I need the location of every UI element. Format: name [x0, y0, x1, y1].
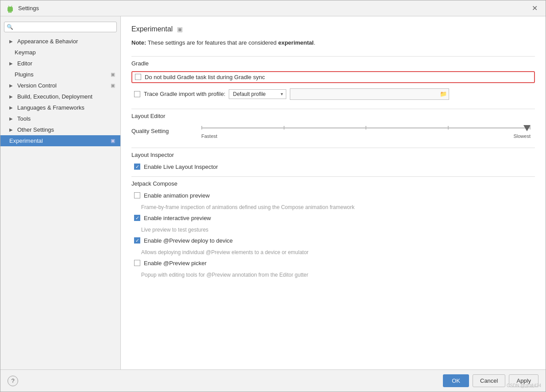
sidebar-item-tools[interactable]: ▶ Tools: [0, 113, 120, 124]
sidebar-item-keymap[interactable]: Keymap: [0, 47, 120, 58]
sidebar-item-plugins[interactable]: Plugins ▣: [0, 69, 120, 80]
quality-slider-container: Fastest Slowest: [197, 124, 535, 139]
trace-gradle-row: Trace Gradle import with profile: Defaul…: [131, 87, 535, 102]
sidebar-item-languages-frameworks[interactable]: ▶ Languages & Frameworks: [0, 102, 120, 113]
enable-preview-picker-desc: Popup with editing tools for @Preview an…: [141, 272, 535, 278]
close-button[interactable]: ✕: [529, 3, 540, 13]
quality-setting-label: Quality Setting: [131, 128, 193, 134]
no-build-task-list-row: Do not build Gradle task list during Gra…: [131, 71, 535, 83]
slider-ticks: [201, 127, 531, 129]
page-header: Experimental ▣: [131, 25, 535, 33]
layout-editor-section-title: Layout Editor: [131, 113, 535, 119]
sidebar-item-experimental[interactable]: Experimental ▣: [0, 135, 120, 146]
folder-icon: 📁: [440, 91, 447, 97]
note-bold: experimental: [278, 39, 314, 46]
enable-preview-picker-checkbox[interactable]: [134, 260, 140, 266]
enable-preview-deploy-label: Enable @Preview deploy to device: [144, 237, 233, 244]
gradle-divider: [131, 56, 535, 57]
sidebar: 🔍 ▶ Appearance & Behavior Keymap ▶ Edito…: [0, 16, 121, 369]
chevron-right-icon: ▶: [9, 39, 13, 44]
slider-thumb[interactable]: [523, 125, 531, 131]
page-title: Experimental: [131, 25, 173, 33]
enable-animation-preview-label: Enable animation preview: [144, 192, 210, 199]
sidebar-item-build-execution[interactable]: ▶ Build, Execution, Deployment: [0, 91, 120, 102]
cancel-button[interactable]: Cancel: [473, 374, 505, 387]
ok-button[interactable]: OK: [443, 374, 469, 387]
enable-live-layout-inspector-checkbox[interactable]: [134, 164, 140, 170]
file-browse-button[interactable]: 📁: [290, 88, 449, 100]
enable-live-layout-inspector-row: Enable Live Layout Inspector: [131, 162, 535, 172]
enable-preview-deploy-checkbox[interactable]: [134, 237, 140, 244]
note-text: Note: These settings are for features th…: [131, 38, 535, 47]
sidebar-item-appearance-behavior[interactable]: ▶ Appearance & Behavior: [0, 36, 120, 47]
chevron-right-icon: ▶: [9, 105, 13, 110]
sidebar-item-other-settings[interactable]: ▶ Other Settings: [0, 124, 120, 135]
slider-tick-3: [365, 126, 366, 129]
dialog-title: Settings: [18, 5, 39, 11]
vc-badge-icon: ▣: [111, 83, 115, 88]
experimental-badge-icon: ▣: [111, 138, 115, 144]
plugin-badge-icon: ▣: [111, 72, 115, 77]
title-bar: Settings ✕: [0, 0, 546, 16]
enable-interactive-preview-label: Enable interactive preview: [144, 215, 211, 221]
trace-profile-dropdown-wrap: Default profile: [229, 89, 286, 99]
gradle-section-title: Gradle: [131, 60, 535, 67]
slider-track: [201, 124, 531, 133]
slider-tick-2: [284, 126, 285, 129]
quality-setting-row: Quality Setting: [131, 124, 535, 139]
note-prefix: Note:: [131, 39, 148, 46]
enable-live-layout-inspector-label: Enable Live Layout Inspector: [144, 164, 218, 170]
slider-line: [201, 127, 531, 129]
bottom-bar: ? OK Cancel Apply: [0, 369, 546, 392]
search-input[interactable]: [4, 22, 117, 32]
sidebar-item-editor[interactable]: ▶ Editor: [0, 58, 120, 69]
restore-defaults-icon[interactable]: ▣: [177, 26, 183, 33]
slider-tick-4: [448, 126, 449, 129]
enable-interactive-preview-desc: Live preview to test gestures: [141, 227, 535, 233]
android-icon: [6, 4, 15, 13]
layout-inspector-divider: [131, 148, 535, 148]
slider-tick-1: [201, 126, 202, 129]
enable-interactive-preview-checkbox[interactable]: [134, 215, 140, 221]
trace-gradle-checkbox[interactable]: [134, 91, 140, 97]
enable-preview-deploy-row: Enable @Preview deploy to device: [131, 236, 535, 246]
trace-profile-dropdown[interactable]: Default profile: [229, 89, 286, 99]
main-content: Experimental ▣ Note: These settings are …: [121, 16, 546, 369]
jetpack-compose-section-title: Jetpack Compose: [131, 180, 535, 187]
note-body: These settings are for features that are…: [148, 39, 278, 46]
layout-inspector-section-title: Layout Inspector: [131, 152, 535, 158]
chevron-right-icon: ▶: [9, 61, 13, 66]
title-bar-left: Settings: [6, 4, 39, 13]
layout-editor-divider: [131, 109, 535, 109]
content-area: 🔍 ▶ Appearance & Behavior Keymap ▶ Edito…: [0, 16, 546, 369]
help-button[interactable]: ?: [8, 376, 18, 386]
settings-dialog: Settings ✕ 🔍 ▶ Appearance & Behavior Key…: [0, 0, 546, 392]
enable-animation-preview-desc: Frame-by-frame inspection of animations …: [141, 204, 535, 210]
watermark: CSDN @凉城424: [507, 383, 541, 389]
enable-preview-deploy-desc: Allows deploying individual @Preview ele…: [141, 249, 535, 255]
no-build-task-list-checkbox[interactable]: [135, 74, 141, 80]
note-suffix: .: [314, 39, 315, 46]
jetpack-compose-divider: [131, 176, 535, 177]
enable-preview-picker-label: Enable @Preview picker: [144, 260, 207, 266]
search-icon: 🔍: [7, 24, 13, 30]
enable-animation-preview-checkbox[interactable]: [134, 192, 140, 198]
enable-preview-picker-row: Enable @Preview picker: [131, 258, 535, 268]
enable-interactive-preview-row: Enable interactive preview: [131, 213, 535, 223]
sidebar-item-version-control[interactable]: ▶ Version Control ▣: [0, 80, 120, 91]
slider-max-label: Slowest: [513, 133, 531, 139]
enable-animation-preview-row: Enable animation preview: [131, 190, 535, 201]
quality-setting-section: Quality Setting: [131, 124, 535, 139]
chevron-right-icon: ▶: [9, 83, 13, 88]
no-build-task-list-label: Do not build Gradle task list during Gra…: [145, 74, 265, 80]
slider-min-label: Fastest: [201, 133, 217, 139]
trace-gradle-label: Trace Gradle import with profile:: [144, 91, 225, 97]
chevron-right-icon: ▶: [9, 94, 13, 99]
chevron-right-icon: ▶: [9, 116, 13, 121]
chevron-right-icon: ▶: [9, 127, 13, 132]
search-box: 🔍: [4, 22, 117, 32]
slider-labels: Fastest Slowest: [201, 133, 531, 139]
